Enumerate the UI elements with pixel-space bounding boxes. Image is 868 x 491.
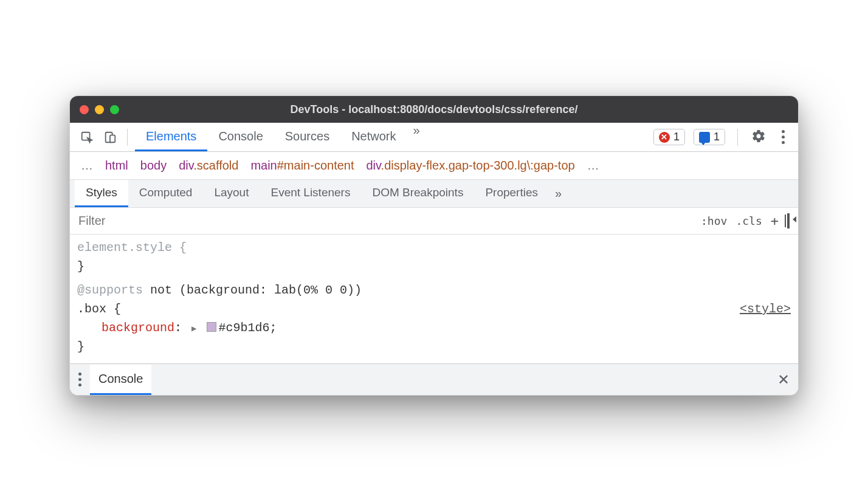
messages-badge[interactable]: 1: [694, 129, 725, 145]
maximize-window-button[interactable]: [110, 105, 119, 114]
breadcrumb: … html body div.scaffold main#main-conte…: [70, 152, 798, 180]
element-style-close: }: [77, 259, 84, 273]
box-selector[interactable]: .box {: [77, 302, 121, 316]
css-property-value[interactable]: #c9b1d6: [219, 321, 270, 335]
styles-filter-input[interactable]: [70, 208, 692, 234]
main-toolbar: Elements Console Sources Network » ✕ 1 1: [70, 123, 798, 152]
css-property-name[interactable]: background: [102, 321, 174, 335]
breadcrumb-ellipsis-left[interactable]: …: [81, 159, 93, 173]
messages-count: 1: [714, 131, 720, 143]
drawer-tab-console[interactable]: Console: [90, 365, 151, 395]
inspect-element-icon[interactable]: [77, 128, 97, 147]
minimize-window-button[interactable]: [95, 105, 104, 114]
styles-subtabs: Styles Computed Layout Event Listeners D…: [70, 180, 798, 208]
breadcrumb-body[interactable]: body: [140, 159, 167, 173]
more-tabs-icon[interactable]: »: [407, 123, 426, 151]
breadcrumb-ellipsis-right[interactable]: …: [587, 159, 599, 173]
svg-rect-2: [110, 135, 115, 142]
tab-elements[interactable]: Elements: [135, 123, 207, 151]
close-window-button[interactable]: [80, 105, 89, 114]
subtab-properties[interactable]: Properties: [474, 180, 549, 207]
console-drawer: Console ✕: [70, 363, 798, 395]
styles-pane[interactable]: element.style { } @supports not (backgro…: [70, 235, 798, 363]
tab-sources[interactable]: Sources: [274, 123, 340, 151]
breadcrumb-html[interactable]: html: [105, 159, 128, 173]
cls-toggle[interactable]: .cls: [735, 215, 762, 227]
box-close: }: [77, 340, 84, 354]
tab-console[interactable]: Console: [207, 123, 274, 151]
styles-filter-bar: :hov .cls +: [70, 208, 798, 235]
expand-property-icon[interactable]: ▶: [191, 323, 196, 336]
subtab-dom-breakpoints[interactable]: DOM Breakpoints: [361, 180, 474, 207]
supports-keyword: @supports: [77, 283, 143, 297]
subtab-layout[interactable]: Layout: [203, 180, 260, 207]
errors-badge[interactable]: ✕ 1: [653, 129, 685, 145]
toggle-computed-sidebar-icon[interactable]: [787, 215, 790, 227]
error-icon: ✕: [659, 132, 670, 143]
errors-count: 1: [673, 131, 680, 143]
device-toolbar-icon[interactable]: [100, 128, 120, 147]
window-controls: [80, 105, 119, 114]
close-drawer-icon[interactable]: ✕: [777, 371, 790, 388]
window-title: DevTools - localhost:8080/docs/devtools/…: [291, 103, 578, 116]
element-style-selector[interactable]: element.style {: [77, 241, 187, 255]
settings-icon[interactable]: [745, 129, 772, 146]
subtab-event-listeners[interactable]: Event Listeners: [260, 180, 361, 207]
separator: [737, 129, 738, 146]
hov-toggle[interactable]: :hov: [701, 215, 727, 227]
subtab-computed[interactable]: Computed: [128, 180, 204, 207]
new-style-rule-button[interactable]: +: [771, 213, 779, 228]
breadcrumb-div-flex[interactable]: div.display-flex.gap-top-300.lg\:gap-top: [367, 159, 575, 173]
more-subtabs-icon[interactable]: »: [549, 187, 568, 201]
supports-expression: not (background: lab(0% 0 0)): [143, 283, 362, 297]
titlebar: DevTools - localhost:8080/docs/devtools/…: [70, 96, 798, 123]
separator: [127, 129, 128, 146]
devtools-window: DevTools - localhost:8080/docs/devtools/…: [69, 95, 799, 396]
tab-network[interactable]: Network: [340, 123, 407, 151]
subtab-styles[interactable]: Styles: [75, 180, 128, 207]
breadcrumb-main[interactable]: main#main-content: [250, 159, 354, 173]
rule-source-link[interactable]: <style>: [740, 300, 791, 318]
filter-actions: :hov .cls +: [692, 213, 798, 228]
color-swatch[interactable]: [207, 322, 216, 332]
drawer-menu-icon[interactable]: [78, 373, 81, 386]
breadcrumb-div-scaffold[interactable]: div.scaffold: [179, 159, 238, 173]
more-options-icon[interactable]: [776, 130, 791, 144]
message-icon: [699, 132, 710, 143]
main-tabs: Elements Console Sources Network »: [135, 123, 426, 151]
